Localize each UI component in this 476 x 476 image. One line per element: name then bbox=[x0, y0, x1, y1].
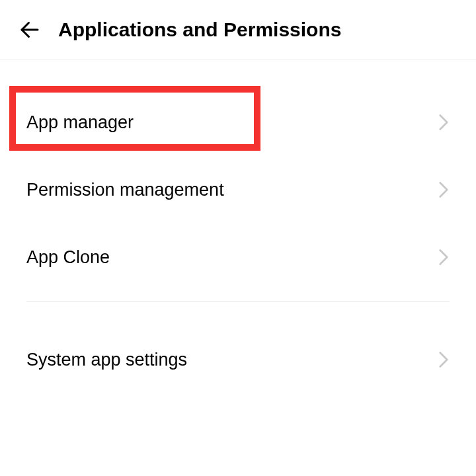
item-label: App manager bbox=[26, 112, 134, 133]
divider bbox=[26, 301, 450, 302]
back-arrow-icon bbox=[18, 18, 42, 42]
header: Applications and Permissions bbox=[0, 0, 476, 60]
list-item-app-clone[interactable]: App Clone bbox=[0, 223, 476, 291]
page-title: Applications and Permissions bbox=[58, 19, 341, 41]
chevron-right-icon bbox=[438, 180, 450, 199]
chevron-right-icon bbox=[438, 248, 450, 266]
item-label: System app settings bbox=[26, 350, 187, 370]
spacer bbox=[0, 60, 476, 89]
list-item-permission-management[interactable]: Permission management bbox=[0, 156, 476, 223]
back-button[interactable] bbox=[12, 12, 48, 48]
item-label: Permission management bbox=[26, 180, 224, 200]
chevron-right-icon bbox=[438, 113, 450, 132]
spacer bbox=[0, 291, 476, 296]
item-label: App Clone bbox=[26, 247, 110, 268]
list-item-app-manager[interactable]: App manager bbox=[0, 89, 476, 156]
list-item-system-app-settings[interactable]: System app settings bbox=[0, 326, 476, 393]
chevron-right-icon bbox=[438, 350, 450, 369]
